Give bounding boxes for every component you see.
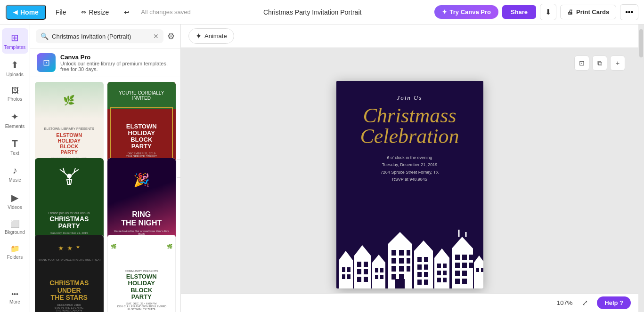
svg-marker-53 xyxy=(452,237,473,248)
back-arrow-icon: ◀ xyxy=(13,9,17,16)
svg-rect-50 xyxy=(437,278,441,282)
undo-icon: ↩ xyxy=(124,8,130,16)
share-button[interactable]: Share xyxy=(502,5,536,19)
svg-rect-18 xyxy=(380,268,383,272)
sidebar-item-label: Photos xyxy=(8,96,22,102)
sidebar-item-label: Music xyxy=(8,177,21,183)
svg-rect-61 xyxy=(462,271,467,276)
resize-label: Resize xyxy=(89,8,109,16)
photos-icon: 🖼 xyxy=(11,87,19,95)
sidebar-item-label: More xyxy=(9,299,20,304)
search-input-wrap: 🔍 ✕ xyxy=(36,29,163,43)
detail-date: Tuesday, December 21, 2019 xyxy=(381,161,439,168)
svg-rect-60 xyxy=(455,271,460,276)
sidebar-item-uploads[interactable]: ⬆ Uploads xyxy=(2,56,28,81)
svg-rect-32 xyxy=(391,274,396,280)
clear-search-button[interactable]: ✕ xyxy=(153,32,159,40)
sidebar-item-text[interactable]: T Text xyxy=(2,135,28,160)
panel-collapse-button[interactable]: ‹ xyxy=(177,159,181,178)
zoom-fit-button[interactable]: ⤢ xyxy=(578,296,591,310)
svg-marker-16 xyxy=(372,255,385,263)
canvas-scroll[interactable]: ⊡ ⧉ + Join Us Christmass Celebration xyxy=(181,48,638,293)
sidebar-item-music[interactable]: ♪ Music xyxy=(2,161,28,186)
templates-icon: ⊞ xyxy=(11,32,19,43)
svg-rect-46 xyxy=(437,264,441,268)
invitation-details: 6 o' clock in the evening Tuesday, Decem… xyxy=(381,154,439,183)
sidebar-item-label: Folders xyxy=(7,255,23,260)
star-icon: ✦ xyxy=(442,8,447,16)
sidebar-item-elements[interactable]: ✦ Elements xyxy=(2,107,28,133)
svg-rect-17 xyxy=(375,268,378,272)
sidebar-item-videos[interactable]: ▶ Videos xyxy=(2,188,28,214)
svg-rect-7 xyxy=(354,256,371,288)
right-scrollbar[interactable] xyxy=(638,24,644,312)
more-dots-icon: ••• xyxy=(11,290,18,298)
template-card[interactable]: 🌿 🌿 COMMUNITY PRESENTS ELSTOWNHOLIDAYBLO… xyxy=(107,235,176,312)
svg-rect-49 xyxy=(443,271,447,275)
svg-rect-54 xyxy=(455,255,460,260)
svg-rect-43 xyxy=(424,280,428,285)
title-line2: Celebration xyxy=(360,125,459,148)
svg-rect-38 xyxy=(417,264,422,270)
svg-rect-30 xyxy=(399,266,404,272)
more-options-button[interactable]: ••• xyxy=(620,4,638,20)
svg-rect-3 xyxy=(342,267,345,272)
svg-rect-37 xyxy=(424,257,428,262)
sidebar-item-folders[interactable]: 📁 Folders xyxy=(2,240,28,264)
search-bar: 🔍 ✕ ⚙ xyxy=(30,24,180,48)
help-button[interactable]: Help ? xyxy=(597,296,631,309)
print-label: Print Cards xyxy=(576,8,609,16)
download-button[interactable]: ⬇ xyxy=(540,4,556,20)
svg-rect-13 xyxy=(357,277,361,282)
folders-icon: 📁 xyxy=(10,244,20,253)
svg-rect-31 xyxy=(407,266,410,272)
svg-rect-20 xyxy=(380,275,383,279)
page-controls: ⊡ ⧉ + xyxy=(574,56,625,71)
duplicate-page-button[interactable]: ⊡ xyxy=(574,56,589,71)
expand-icon: ⤢ xyxy=(582,298,588,307)
svg-rect-19 xyxy=(375,275,378,279)
svg-rect-9 xyxy=(357,262,361,267)
resize-icon: ⇔ xyxy=(81,8,86,16)
pro-subtitle: Unlock our entire library of premium tem… xyxy=(60,61,174,72)
svg-rect-55 xyxy=(462,255,467,260)
detail-time: 6 o' clock in the evening xyxy=(381,154,439,161)
template-card[interactable]: ★ ★ ★ THANK YOU FOR A ONCE IN A LIFETIME… xyxy=(35,235,104,312)
resize-button[interactable]: ⇔ Resize xyxy=(75,6,114,19)
svg-rect-36 xyxy=(417,257,422,262)
try-pro-button[interactable]: ✦ Try Canva Pro xyxy=(434,5,498,19)
copy-page-button[interactable]: ⧉ xyxy=(592,56,607,71)
filter-icon[interactable]: ⚙ xyxy=(167,31,175,41)
animate-icon: ✦ xyxy=(196,32,202,40)
svg-rect-63 xyxy=(462,279,467,284)
svg-rect-44 xyxy=(434,258,449,288)
undo-button[interactable]: ↩ xyxy=(118,6,135,19)
add-page-button[interactable]: + xyxy=(610,56,625,71)
home-button[interactable]: ◀ Home xyxy=(6,5,46,20)
sidebar-item-templates[interactable]: ⊞ Templates xyxy=(2,28,28,54)
cityscape-illustration xyxy=(336,223,483,288)
sidebar-item-more[interactable]: ••• More xyxy=(2,287,28,308)
svg-rect-47 xyxy=(443,264,447,268)
sidebar-item-label: Text xyxy=(10,151,19,156)
svg-rect-6 xyxy=(347,274,351,279)
save-status: All changes saved xyxy=(141,8,191,16)
svg-marker-8 xyxy=(354,245,371,256)
templates-grid: 🌿 ELSTOWN LIBRARY PRESENTS ELSTOWNHOLIDA… xyxy=(30,77,180,312)
svg-rect-5 xyxy=(342,274,345,279)
print-cards-button[interactable]: 🖨 Print Cards xyxy=(560,5,616,19)
sidebar-item-background[interactable]: ⬜ Bkground xyxy=(2,216,28,239)
printer-icon: 🖨 xyxy=(567,8,573,16)
invitation-title: Christmass Celebration xyxy=(360,105,459,147)
bottom-bar: 107% ⤢ Help ? xyxy=(181,293,638,312)
detail-rsvp: RSVP at 948.9845 xyxy=(381,176,439,183)
svg-rect-4 xyxy=(347,267,351,272)
svg-rect-14 xyxy=(364,277,368,282)
pro-logo-icon: ⊡ xyxy=(43,57,50,68)
invitation-card[interactable]: Join Us Christmass Celebration 6 o' cloc… xyxy=(336,81,483,288)
canva-pro-banner: ⊡ Canva Pro Unlock our entire library of… xyxy=(30,48,180,77)
search-input[interactable] xyxy=(52,33,150,40)
sidebar-item-photos[interactable]: 🖼 Photos xyxy=(2,83,28,105)
animate-button[interactable]: ✦ Animate xyxy=(188,28,234,44)
file-button[interactable]: File xyxy=(50,6,72,19)
